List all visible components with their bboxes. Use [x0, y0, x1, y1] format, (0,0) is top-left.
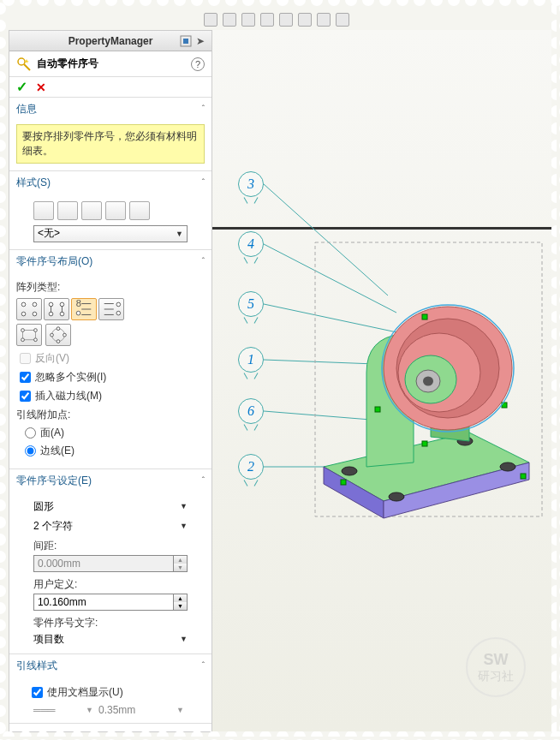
magnetic-checkbox[interactable]: 插入磁力线(M) [20, 389, 205, 403]
style-title: 样式(S) [16, 176, 51, 190]
svg-rect-9 [183, 39, 188, 44]
style-dropdown[interactable]: <无>▼ [33, 225, 188, 242]
shape-dropdown[interactable]: 圆形▼ [33, 499, 188, 514]
magnetic-label: 插入磁力线(M) [35, 389, 102, 403]
layout-circular-button[interactable] [44, 298, 69, 320]
svg-point-52 [389, 492, 404, 501]
use-doc-checkbox[interactable]: 使用文档显示(U) [32, 685, 205, 700]
spin-up[interactable]: ▲ [173, 594, 187, 602]
help-icon[interactable]: ? [191, 57, 205, 71]
svg-point-14 [21, 312, 26, 316]
shape-value: 圆形 [33, 499, 54, 514]
layout-left-button[interactable]: 8 [71, 298, 97, 320]
balloon-6[interactable]: 6 [238, 398, 264, 429]
style-add-icon[interactable] [57, 201, 78, 220]
ok-button[interactable]: ✓ [16, 79, 27, 95]
svg-text:8: 8 [76, 299, 81, 308]
text-label: 零件序号文字: [33, 616, 205, 630]
chevron-up-icon: ˆ [202, 257, 205, 266]
svg-point-18 [49, 312, 53, 316]
settings-section: 零件序号设定(E) ˆ 圆形▼ 2 个字符▼ 间距: 0.000mm ▲▼ 用户… [9, 469, 211, 654]
use-doc-input[interactable] [32, 687, 43, 698]
svg-point-12 [21, 302, 26, 307]
ignore-checkbox[interactable]: 忽略多个实例(I) [20, 370, 205, 385]
flyout-arrow-icon[interactable]: ➤ [196, 35, 208, 47]
style-favorite-buttons [33, 201, 205, 220]
info-section: 信息 ˆ 要按序排列零件序号，您必须有材料明细表。 [9, 98, 211, 171]
balloon-2[interactable]: 2 [238, 454, 264, 485]
magnetic-input[interactable] [20, 391, 31, 402]
svg-point-58 [423, 377, 433, 386]
reverse-label: 反向(V) [35, 351, 69, 366]
svg-point-35 [21, 337, 25, 341]
chars-value: 2 个字符 [33, 519, 73, 534]
layout-top-button[interactable] [16, 324, 42, 346]
svg-point-10 [18, 58, 25, 65]
ok-cancel-bar: ✓ ✕ [9, 77, 211, 98]
style-load-icon[interactable] [129, 201, 150, 220]
balloon-1[interactable]: 1 [238, 347, 264, 378]
balloon-4[interactable]: 4 [238, 231, 264, 262]
chevron-up-icon: ˆ [202, 178, 205, 188]
leader-header[interactable]: 引线样式 ˆ [9, 654, 211, 677]
style-header[interactable]: 样式(S) ˆ [9, 171, 211, 194]
chars-dropdown[interactable]: 2 个字符▼ [33, 519, 188, 534]
ignore-label: 忽略多个实例(I) [35, 370, 106, 385]
spacing-label: 间距: [33, 539, 205, 553]
hide-show-icon[interactable] [336, 13, 349, 27]
edge-input[interactable] [25, 445, 36, 457]
text-dropdown[interactable]: 项目数▼ [33, 632, 188, 647]
graphics-viewport[interactable]: 3 4 5 1 6 2 [212, 30, 551, 731]
rotate-icon[interactable] [298, 13, 312, 27]
user-value: 10.160mm [38, 596, 86, 608]
svg-rect-59 [422, 314, 427, 319]
edge-radio[interactable]: 边线(E) [25, 444, 205, 458]
style-apply-icon[interactable] [33, 201, 54, 220]
zoom-fit-icon[interactable] [204, 13, 217, 27]
text-value: 项目数 [33, 632, 64, 647]
svg-point-31 [116, 311, 121, 315]
svg-point-15 [33, 312, 37, 316]
edge-label: 边线(E) [40, 444, 74, 458]
leader-thickness-dropdown: 0.35mm▼ [98, 704, 184, 716]
svg-rect-64 [521, 474, 526, 479]
reverse-checkbox: 反向(V) [20, 351, 205, 366]
ignore-input[interactable] [20, 372, 31, 383]
zoom-prev-icon[interactable] [241, 13, 255, 27]
pm-title: PropertyManager [69, 35, 153, 47]
display-style-icon[interactable] [317, 13, 331, 27]
model-preview [298, 270, 538, 527]
balloon-3[interactable]: 3 [238, 171, 264, 202]
info-header[interactable]: 信息 ˆ [9, 98, 211, 121]
leader-section: 引线样式 ˆ 使用文档显示(U) ═══▼ 0.35mm▼ [9, 654, 211, 724]
chevron-up-icon: ˆ [202, 476, 205, 486]
svg-point-38 [57, 326, 60, 330]
pin-icon[interactable] [179, 34, 193, 48]
face-input[interactable] [25, 427, 36, 439]
info-message: 要按序排列零件序号，您必须有材料明细表。 [16, 124, 205, 164]
face-radio[interactable]: 面(A) [25, 426, 205, 440]
cancel-button[interactable]: ✕ [36, 81, 46, 94]
top-toolbar [204, 13, 358, 28]
style-save-icon[interactable] [105, 201, 126, 220]
feature-title-bar: 自动零件序号 ? [9, 51, 211, 77]
style-delete-icon[interactable] [81, 201, 102, 220]
layout-header[interactable]: 零件序号布局(O) ˆ [9, 250, 211, 273]
svg-point-41 [51, 333, 54, 337]
leader-title: 引线样式 [16, 659, 57, 673]
layout-right-button[interactable] [98, 298, 124, 320]
settings-header[interactable]: 零件序号设定(E) ˆ [9, 469, 211, 492]
zoom-area-icon[interactable] [223, 13, 236, 27]
auto-balloon-icon [16, 57, 32, 72]
svg-point-33 [21, 328, 25, 331]
spin-down[interactable]: ▼ [173, 602, 187, 610]
layout-bottom-button[interactable] [45, 324, 71, 346]
layout-square-button[interactable] [16, 298, 42, 320]
section-icon[interactable] [260, 13, 274, 27]
view-orient-icon[interactable] [279, 13, 293, 27]
user-input[interactable]: 10.160mm ▲▼ [33, 594, 188, 611]
svg-rect-32 [23, 330, 36, 339]
balloon-5[interactable]: 5 [238, 291, 264, 322]
svg-rect-7 [551, 0, 560, 740]
svg-point-13 [33, 302, 37, 307]
